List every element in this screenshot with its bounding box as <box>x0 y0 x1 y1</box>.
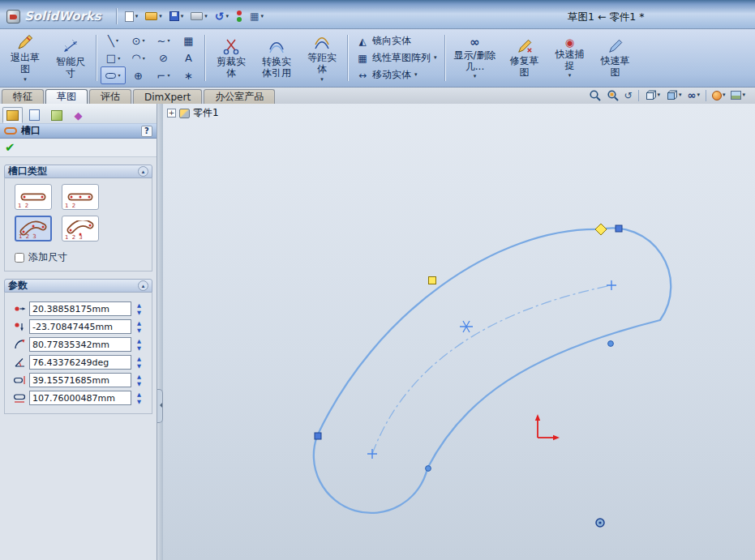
chevron-down-icon[interactable]: ▾ <box>320 77 324 83</box>
rebuild-button[interactable] <box>234 7 245 25</box>
chevron-down-icon[interactable]: ▾ <box>135 14 139 19</box>
spin-up-icon[interactable]: ▲ <box>134 319 144 327</box>
chevron-down-icon[interactable]: ▾ <box>142 38 144 43</box>
open-document-button[interactable]: ▾ <box>143 7 165 25</box>
chevron-down-icon[interactable]: ▾ <box>159 14 162 19</box>
tab-features[interactable]: 特征 <box>2 89 44 104</box>
radius-input[interactable] <box>29 337 131 352</box>
parameters-header[interactable]: 参数 ▴ <box>4 279 152 293</box>
view-orientation-button[interactable]: ▾ <box>643 88 663 102</box>
three-point-arc-slot-button[interactable]: 1 2 3 <box>15 216 52 242</box>
coincident-diamond-marker[interactable] <box>595 224 607 235</box>
move-entities-button[interactable]: ↔ 移动实体 ▾ <box>352 66 441 83</box>
offset-entities-button[interactable]: 等距实体 ▾ <box>300 32 344 84</box>
spin-up-icon[interactable]: ▲ <box>134 337 144 344</box>
slot-width-input[interactable] <box>29 373 131 387</box>
spline-tool-button[interactable]: ~ ▾ <box>151 32 176 49</box>
spin-up-icon[interactable]: ▲ <box>134 391 144 398</box>
slot-length-input[interactable] <box>29 391 131 405</box>
graphics-viewport[interactable]: + 零件1 <box>163 104 755 560</box>
center-y-input[interactable] <box>29 319 131 334</box>
chevron-down-icon[interactable]: ▾ <box>167 38 169 43</box>
construction-point-button[interactable]: ∗ <box>176 66 201 84</box>
convert-entities-button[interactable]: 转换实体引用 <box>255 32 298 84</box>
centerline-endpoint-plus-right[interactable] <box>607 280 616 290</box>
sketch-grid-button[interactable]: ▦ <box>176 32 201 49</box>
display-delete-relations-button[interactable]: ∞ 显示/删除几... ▾ <box>449 32 501 84</box>
text-tool-button[interactable]: A <box>176 49 201 67</box>
chevron-down-icon[interactable]: ▾ <box>434 55 437 61</box>
spin-down-icon[interactable]: ▼ <box>134 327 144 334</box>
repair-sketch-button[interactable]: 修复草图 <box>503 32 547 84</box>
spin-up-icon[interactable]: ▲ <box>134 301 144 309</box>
chevron-down-icon[interactable]: ▾ <box>204 14 208 19</box>
tab-evaluate[interactable]: 评估 <box>89 89 131 104</box>
spin-up-icon[interactable]: ▲ <box>134 355 144 362</box>
new-document-button[interactable]: ▾ <box>122 7 141 25</box>
edit-appearance-button[interactable]: ▾ <box>710 88 727 102</box>
exit-sketch-button[interactable]: 退出草图 ▾ <box>3 32 47 84</box>
spin-up-icon[interactable]: ▲ <box>134 373 144 380</box>
display-style-button[interactable]: ▾ <box>664 88 684 102</box>
endpoint-square[interactable] <box>616 225 622 232</box>
chevron-down-icon[interactable]: ▾ <box>24 77 27 83</box>
slot-outline-curve[interactable] <box>314 228 671 513</box>
arc-tool-button[interactable]: ◠ ▾ <box>126 49 151 67</box>
linear-sketch-pattern-button[interactable]: ▦ 线性草图阵列 ▾ <box>352 49 441 66</box>
panel-collapse-handle[interactable] <box>157 389 163 423</box>
panel-splitter[interactable] <box>157 104 163 560</box>
zoom-fit-button[interactable] <box>587 88 603 102</box>
centerpoint-straight-slot-button[interactable]: 1 2 <box>62 184 99 210</box>
apply-scene-button[interactable]: ▾ <box>729 88 747 102</box>
tab-dimxpert[interactable]: DimXpert <box>133 89 202 104</box>
spin-down-icon[interactable]: ▼ <box>134 344 144 352</box>
endpoint-square[interactable] <box>315 433 321 439</box>
chevron-down-icon[interactable]: ▾ <box>118 73 120 78</box>
tab-sketch[interactable]: 草图 <box>45 89 88 104</box>
centerline-endpoint-plus-left[interactable] <box>367 449 377 459</box>
chevron-down-icon[interactable]: ▾ <box>658 92 661 98</box>
chevron-down-icon[interactable]: ▾ <box>723 92 726 98</box>
slot-type-header[interactable]: 槽口类型 ▴ <box>4 165 152 178</box>
zoom-area-button[interactable] <box>605 88 620 102</box>
sketch-canvas[interactable] <box>163 104 755 560</box>
propertymanager-tab[interactable] <box>2 107 23 123</box>
trim-entities-button[interactable]: 剪裁实体 <box>209 32 253 84</box>
options-button[interactable]: ▦ ▾ <box>247 7 266 25</box>
chevron-down-icon[interactable]: ▾ <box>116 38 118 43</box>
point-tool-button[interactable]: ⊕ <box>126 66 151 84</box>
centerpoint-arc-slot-button[interactable]: 1 2 3 <box>62 216 99 242</box>
rectangle-tool-button[interactable]: □ ▾ <box>101 49 126 67</box>
rapid-sketch-button[interactable]: 快速草图 <box>594 32 637 84</box>
featuremanager-tab[interactable] <box>24 107 45 123</box>
center-x-input[interactable] <box>29 301 131 316</box>
collapse-button[interactable]: ▴ <box>138 280 148 291</box>
chevron-down-icon[interactable]: ▾ <box>181 14 184 19</box>
slot-point-dot[interactable] <box>426 466 431 472</box>
arc-center-marker[interactable] <box>460 321 473 332</box>
expand-tree-icon[interactable]: + <box>167 109 176 118</box>
selected-point-square[interactable] <box>429 277 436 284</box>
chevron-down-icon[interactable]: ▾ <box>226 14 230 19</box>
chevron-down-icon[interactable]: ▾ <box>474 74 477 79</box>
chevron-down-icon[interactable]: ▾ <box>742 92 745 98</box>
chevron-down-icon[interactable]: ▾ <box>118 56 120 61</box>
chevron-down-icon[interactable]: ▾ <box>143 56 145 61</box>
spin-down-icon[interactable]: ▼ <box>134 380 144 387</box>
angle-input[interactable] <box>29 355 131 370</box>
line-tool-button[interactable]: ╲ ▾ <box>101 32 126 49</box>
chevron-down-icon[interactable]: ▾ <box>679 92 682 98</box>
slot-point-dot[interactable] <box>608 341 614 347</box>
slot-tool-button[interactable]: ▾ <box>101 66 126 84</box>
spin-down-icon[interactable]: ▼ <box>134 362 144 370</box>
rotate-view-button[interactable]: ↺ <box>623 88 634 102</box>
dimxpertmanager-tab[interactable]: ◆ <box>68 107 88 123</box>
smart-dimension-button[interactable]: 智能尺寸 <box>49 32 92 84</box>
quick-snaps-button[interactable]: ◉ 快速捕捉 ▾ <box>548 32 592 84</box>
feature-tree-root-label[interactable]: 零件1 <box>193 106 219 120</box>
collapse-button[interactable]: ▴ <box>138 166 148 177</box>
mirror-entities-button[interactable]: ◭ 镜向实体 <box>352 32 441 49</box>
ellipse-tool-button[interactable]: ⊘ <box>151 49 176 67</box>
circle-tool-button[interactable]: ⊙ ▾ <box>126 32 151 49</box>
chevron-down-icon[interactable]: ▾ <box>167 73 169 78</box>
